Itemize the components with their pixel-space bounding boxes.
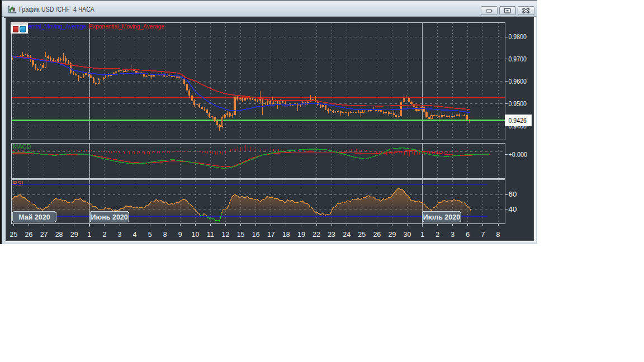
svg-text:0.9600: 0.9600: [509, 78, 527, 85]
svg-text:29: 29: [70, 231, 78, 239]
svg-text:17: 17: [267, 231, 275, 239]
svg-text:8: 8: [496, 231, 500, 239]
svg-text:1: 1: [420, 231, 424, 239]
svg-text:2: 2: [435, 231, 439, 239]
svg-text:8: 8: [163, 231, 167, 239]
svg-text:0.9800: 0.9800: [509, 33, 527, 41]
svg-text:12: 12: [222, 231, 230, 239]
svg-text:7: 7: [481, 231, 485, 239]
svg-text:30: 30: [404, 231, 411, 239]
svg-text:0.9500: 0.9500: [509, 100, 527, 108]
svg-text:28: 28: [55, 231, 63, 239]
svg-text:4: 4: [133, 231, 137, 239]
svg-text:ential_Moving_Average: ential_Moving_Average: [29, 23, 87, 30]
svg-text:16: 16: [252, 231, 260, 239]
svg-text:0.9426: 0.9426: [509, 117, 527, 125]
svg-text:26: 26: [373, 231, 381, 239]
svg-text:6: 6: [466, 231, 470, 239]
svg-text:26: 26: [25, 231, 33, 239]
svg-text:+0.000: +0.000: [509, 151, 528, 159]
svg-text:60: 60: [509, 190, 517, 198]
svg-text:29: 29: [389, 231, 396, 239]
svg-text:0.9700: 0.9700: [509, 55, 527, 63]
svg-text:23: 23: [328, 231, 335, 239]
svg-text:Июль 2020: Июль 2020: [423, 213, 460, 221]
svg-text:22: 22: [312, 231, 320, 239]
svg-text:18: 18: [282, 231, 290, 239]
svg-text:3: 3: [451, 231, 454, 239]
svg-text:40: 40: [509, 206, 517, 213]
svg-text:9: 9: [178, 231, 182, 239]
svg-text:Май 2020: Май 2020: [18, 213, 50, 221]
svg-text:2: 2: [102, 231, 106, 239]
svg-text:5: 5: [148, 231, 152, 239]
svg-text:19: 19: [297, 231, 305, 239]
svg-text:15: 15: [237, 231, 245, 239]
svg-text:27: 27: [40, 231, 48, 239]
svg-text:MACD: MACD: [13, 143, 31, 150]
svg-text:Exponential_Moving_Average: Exponential_Moving_Average: [89, 23, 164, 30]
svg-text:10: 10: [192, 231, 200, 239]
svg-text:Июнь 2020: Июнь 2020: [91, 213, 128, 221]
svg-text:3: 3: [118, 231, 122, 239]
svg-text:25: 25: [358, 231, 366, 239]
svg-text:1: 1: [87, 231, 91, 239]
svg-text:RSI: RSI: [13, 180, 23, 187]
svg-text:25: 25: [10, 231, 18, 239]
svg-text:11: 11: [207, 231, 214, 239]
svg-text:24: 24: [343, 231, 351, 239]
